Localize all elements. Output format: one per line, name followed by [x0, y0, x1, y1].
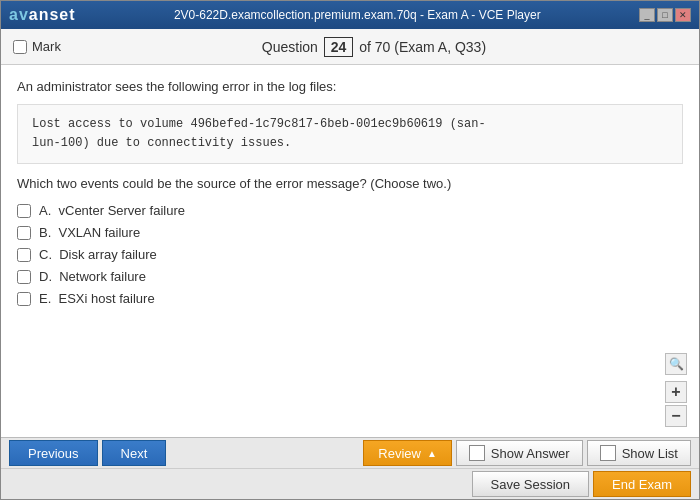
- option-d: D. Network failure: [17, 269, 683, 284]
- option-a: A. vCenter Server failure: [17, 203, 683, 218]
- toolbar-row-session: Save Session End Exam: [1, 469, 699, 499]
- show-list-label: Show List: [622, 446, 678, 461]
- zoom-out-button[interactable]: −: [665, 405, 687, 427]
- mark-container: Mark: [13, 39, 61, 54]
- question-number-box: 24: [324, 37, 354, 57]
- total-questions: of 70 (Exam A, Q33): [359, 39, 486, 55]
- checkbox-a[interactable]: [17, 204, 31, 218]
- bottom-toolbar: Previous Next Review ▲ Show Answer Show …: [1, 437, 699, 499]
- checkbox-b[interactable]: [17, 226, 31, 240]
- option-d-label: D. Network failure: [39, 269, 146, 284]
- option-a-label: A. vCenter Server failure: [39, 203, 185, 218]
- search-icon[interactable]: 🔍: [665, 353, 687, 375]
- end-exam-button[interactable]: End Exam: [593, 471, 691, 497]
- question-text: Which two events could be the source of …: [17, 176, 683, 191]
- review-button[interactable]: Review ▲: [363, 440, 452, 466]
- main-content: An administrator sees the following erro…: [1, 65, 699, 437]
- question-label: Question: [262, 39, 318, 55]
- checkbox-c[interactable]: [17, 248, 31, 262]
- title-bar-left: avanset: [9, 6, 76, 24]
- save-session-button[interactable]: Save Session: [472, 471, 590, 497]
- maximize-button[interactable]: □: [657, 8, 673, 22]
- option-e-label: E. ESXi host failure: [39, 291, 155, 306]
- review-dropdown-icon: ▲: [427, 448, 437, 459]
- option-e: E. ESXi host failure: [17, 291, 683, 306]
- toolbar-row-navigation: Previous Next Review ▲ Show Answer Show …: [1, 438, 699, 469]
- show-answer-label: Show Answer: [491, 446, 570, 461]
- title-bar: avanset 2V0-622D.examcollection.premium.…: [1, 1, 699, 29]
- option-b-label: B. VXLAN failure: [39, 225, 140, 240]
- zoom-controls: 🔍 + −: [665, 353, 687, 427]
- header-row: Mark Question 24 of 70 (Exam A, Q33): [1, 29, 699, 65]
- option-c-label: C. Disk array failure: [39, 247, 157, 262]
- show-list-icon: [600, 445, 616, 461]
- show-answer-icon: [469, 445, 485, 461]
- window-controls: _ □ ✕: [639, 8, 691, 22]
- close-button[interactable]: ✕: [675, 8, 691, 22]
- question-info: Question 24 of 70 (Exam A, Q33): [61, 37, 687, 57]
- checkbox-e[interactable]: [17, 292, 31, 306]
- application-window: avanset 2V0-622D.examcollection.premium.…: [0, 0, 700, 500]
- question-intro: An administrator sees the following erro…: [17, 79, 683, 94]
- zoom-in-button[interactable]: +: [665, 381, 687, 403]
- option-c: C. Disk array failure: [17, 247, 683, 262]
- mark-label: Mark: [32, 39, 61, 54]
- review-label: Review: [378, 446, 421, 461]
- logo: avanset: [9, 6, 76, 24]
- show-answer-button[interactable]: Show Answer: [456, 440, 583, 466]
- minimize-button[interactable]: _: [639, 8, 655, 22]
- checkbox-d[interactable]: [17, 270, 31, 284]
- next-button[interactable]: Next: [102, 440, 167, 466]
- previous-button[interactable]: Previous: [9, 440, 98, 466]
- option-b: B. VXLAN failure: [17, 225, 683, 240]
- mark-checkbox[interactable]: [13, 40, 27, 54]
- code-block: Lost access to volume 496befed-1c79c817-…: [17, 104, 683, 164]
- show-list-button[interactable]: Show List: [587, 440, 691, 466]
- window-title: 2V0-622D.examcollection.premium.exam.70q…: [76, 8, 639, 22]
